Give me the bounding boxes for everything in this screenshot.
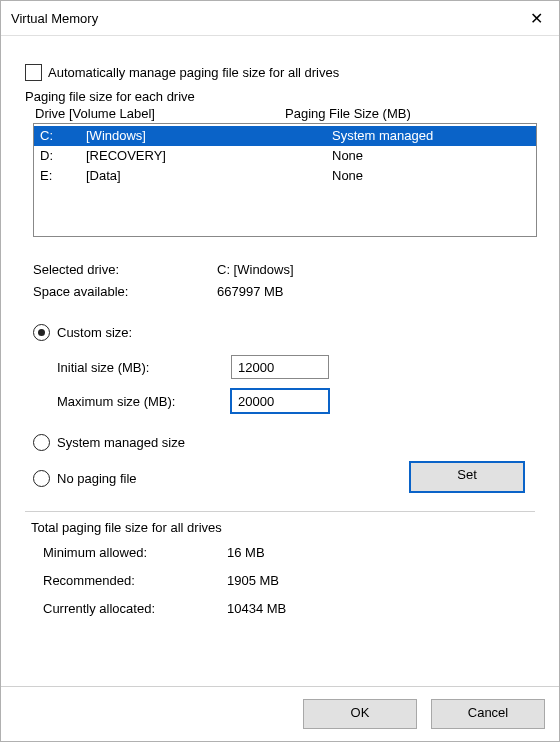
drive-row[interactable]: D:[RECOVERY]None <box>34 146 536 166</box>
drive-list-header: Drive [Volume Label] Paging File Size (M… <box>33 106 535 123</box>
drive-paging-size: None <box>332 166 530 186</box>
drive-row[interactable]: E:[Data]None <box>34 166 536 186</box>
space-available-value: 667997 MB <box>217 281 284 303</box>
no-paging-radio-row[interactable]: No paging file <box>33 465 137 491</box>
drive-volume: [RECOVERY] <box>86 146 332 166</box>
selected-drive-label: Selected drive: <box>33 259 217 281</box>
min-allowed-label: Minimum allowed: <box>43 539 227 567</box>
custom-size-radio[interactable] <box>33 324 50 341</box>
drive-box: Drive [Volume Label] Paging File Size (M… <box>33 106 535 237</box>
drive-list[interactable]: C:[Windows]System managedD:[RECOVERY]Non… <box>33 123 537 237</box>
no-paging-label: No paging file <box>57 471 137 486</box>
drive-letter: C: <box>40 126 86 146</box>
dialog-button-bar: OK Cancel <box>1 686 559 741</box>
auto-manage-checkbox[interactable] <box>25 64 42 81</box>
window-title: Virtual Memory <box>11 11 98 26</box>
virtual-memory-dialog: Virtual Memory ✕ Automatically manage pa… <box>0 0 560 742</box>
maximum-size-label: Maximum size (MB): <box>41 394 231 409</box>
space-available-label: Space available: <box>33 281 217 303</box>
col-drive-label: Drive [Volume Label] <box>35 106 285 121</box>
separator <box>25 511 535 512</box>
recommended-label: Recommended: <box>43 567 227 595</box>
custom-size-inputs: Initial size (MB): Maximum size (MB): <box>41 355 535 413</box>
initial-size-label: Initial size (MB): <box>41 360 231 375</box>
maximum-size-input[interactable] <box>231 389 329 413</box>
drive-letter: D: <box>40 146 86 166</box>
custom-size-label: Custom size: <box>57 325 132 340</box>
system-managed-radio-row[interactable]: System managed size <box>33 429 535 455</box>
auto-manage-row[interactable]: Automatically manage paging file size fo… <box>25 64 535 81</box>
selected-drive-value: C: [Windows] <box>217 259 294 281</box>
drive-volume: [Data] <box>86 166 332 186</box>
totals-heading: Total paging file size for all drives <box>31 520 535 535</box>
drive-paging-size: None <box>332 146 530 166</box>
close-icon: ✕ <box>530 9 543 28</box>
system-managed-radio[interactable] <box>33 434 50 451</box>
drive-row[interactable]: C:[Windows]System managed <box>34 126 536 146</box>
auto-manage-label: Automatically manage paging file size fo… <box>48 65 339 80</box>
drive-section-heading: Paging file size for each drive <box>25 89 535 104</box>
currently-allocated-value: 10434 MB <box>227 595 286 623</box>
set-button[interactable]: Set <box>409 461 525 493</box>
drive-volume: [Windows] <box>86 126 332 146</box>
custom-size-radio-row[interactable]: Custom size: <box>33 319 535 345</box>
no-paging-radio[interactable] <box>33 470 50 487</box>
cancel-button[interactable]: Cancel <box>431 699 545 729</box>
size-options: Custom size: Initial size (MB): Maximum … <box>33 319 535 497</box>
recommended-value: 1905 MB <box>227 567 279 595</box>
drive-paging-size: System managed <box>332 126 530 146</box>
system-managed-label: System managed size <box>57 435 185 450</box>
totals-block: Minimum allowed: 16 MB Recommended: 1905… <box>43 539 535 623</box>
selected-drive-info: Selected drive: C: [Windows] Space avail… <box>33 259 535 303</box>
min-allowed-value: 16 MB <box>227 539 265 567</box>
drive-letter: E: <box>40 166 86 186</box>
title-bar: Virtual Memory ✕ <box>1 1 559 36</box>
currently-allocated-label: Currently allocated: <box>43 595 227 623</box>
dialog-content: Automatically manage paging file size fo… <box>1 36 559 623</box>
close-button[interactable]: ✕ <box>515 3 557 33</box>
no-paging-row-container: No paging file Set <box>33 461 535 497</box>
col-size-label: Paging File Size (MB) <box>285 106 533 121</box>
ok-button[interactable]: OK <box>303 699 417 729</box>
initial-size-input[interactable] <box>231 355 329 379</box>
